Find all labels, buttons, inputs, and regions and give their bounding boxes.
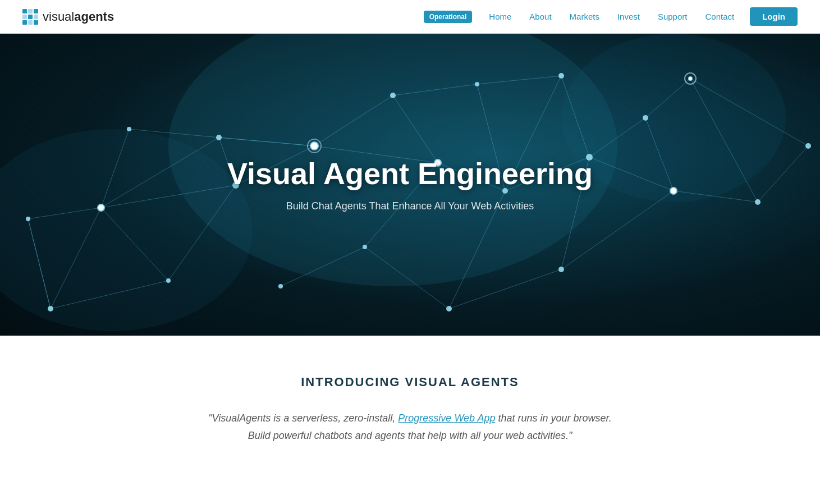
intro-title: INTRODUCING VISUAL AGENTS [208, 375, 612, 390]
nav-link-invest[interactable]: Invest [610, 7, 648, 26]
nav-link-support[interactable]: Support [650, 7, 695, 26]
svg-point-72 [308, 139, 321, 153]
intro-quote-link[interactable]: Progressive Web App [398, 413, 495, 424]
svg-point-71 [685, 73, 696, 84]
svg-point-48 [216, 135, 222, 140]
svg-point-61 [805, 143, 811, 149]
logo-grid-icon [22, 9, 38, 25]
svg-point-2 [561, 34, 786, 202]
status-badge: Operational [424, 11, 473, 23]
svg-point-51 [390, 93, 396, 98]
svg-point-64 [446, 306, 452, 311]
nav-link-contact[interactable]: Contact [697, 7, 742, 26]
nav-link-markets[interactable]: Markets [562, 7, 607, 26]
svg-point-63 [278, 284, 283, 288]
logo[interactable]: visualagents [22, 9, 114, 25]
login-button[interactable]: Login [750, 7, 798, 26]
logo-text: visualagents [43, 10, 114, 24]
intro-section: INTRODUCING VISUAL AGENTS "VisualAgents … [0, 336, 820, 478]
svg-point-46 [26, 217, 30, 221]
svg-point-43 [48, 306, 53, 311]
svg-point-66 [98, 205, 104, 210]
nav-right: Operational Home About Markets Invest Su… [424, 7, 798, 26]
svg-point-49 [127, 127, 131, 131]
hero-title: Visual Agent Engineering [227, 157, 593, 190]
hero-section: Visual Agent Engineering Build Chat Agen… [0, 34, 820, 336]
hero-content: Visual Agent Engineering Build Chat Agen… [227, 157, 593, 212]
nav-link-about[interactable]: About [521, 7, 559, 26]
navbar: visualagents Operational Home About Mark… [0, 0, 820, 34]
nav-link-home[interactable]: Home [481, 7, 519, 26]
hero-subtitle: Build Chat Agents That Enhance All Your … [227, 200, 593, 212]
svg-point-45 [166, 278, 171, 283]
svg-point-57 [643, 115, 648, 121]
intro-quote-before: "VisualAgents is a serverless, zero-inst… [208, 413, 398, 424]
svg-point-62 [363, 245, 367, 249]
svg-point-55 [558, 73, 564, 79]
svg-point-53 [475, 82, 479, 86]
intro-content: INTRODUCING VISUAL AGENTS "VisualAgents … [186, 336, 635, 478]
svg-point-65 [558, 267, 564, 272]
svg-point-60 [755, 199, 761, 205]
svg-point-69 [671, 188, 676, 194]
intro-quote: "VisualAgents is a serverless, zero-inst… [208, 410, 612, 444]
